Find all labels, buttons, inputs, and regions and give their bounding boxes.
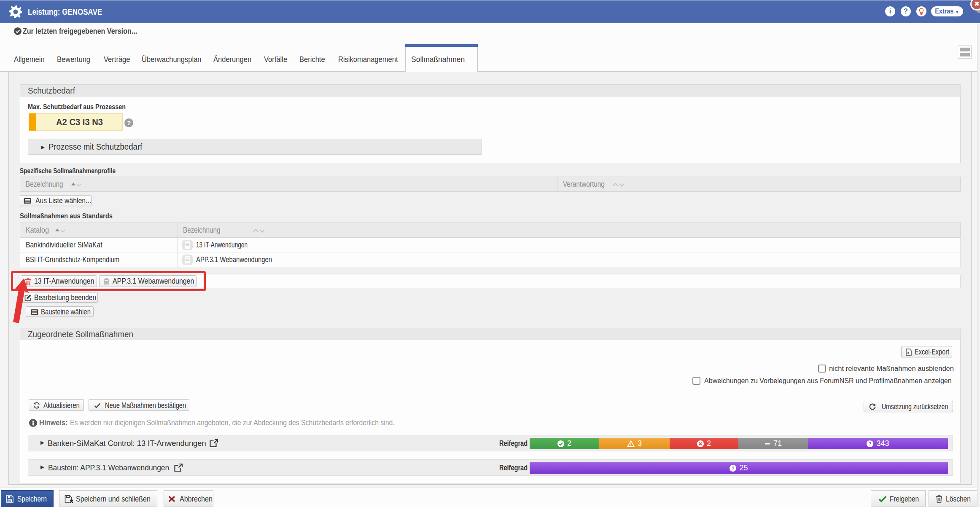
svg-text:?: ?	[732, 466, 735, 471]
svg-text:x: x	[907, 351, 909, 355]
svg-text:?: ?	[869, 441, 872, 446]
